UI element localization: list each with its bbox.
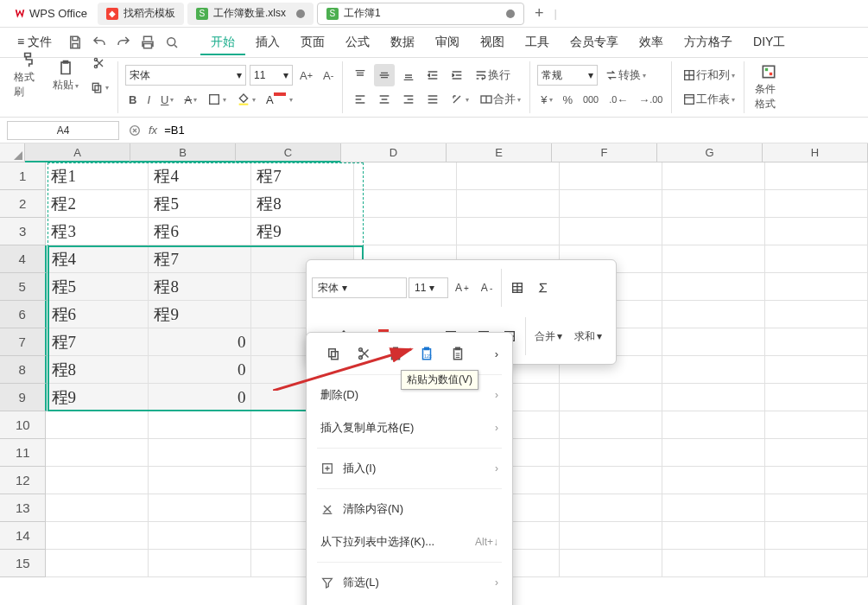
menu-9[interactable]: 效率 — [629, 29, 674, 54]
percent-icon[interactable]: % — [560, 88, 577, 111]
cell[interactable] — [765, 467, 868, 494]
cell[interactable]: 程6 — [47, 301, 149, 328]
menu-8[interactable]: 会员专享 — [560, 29, 629, 54]
cell[interactable] — [560, 190, 662, 218]
cell[interactable]: 程9 — [47, 384, 149, 411]
tab-workbook1[interactable]: S 工作簿1 — [317, 3, 524, 25]
cell[interactable] — [662, 411, 765, 439]
cut-button[interactable] — [86, 52, 112, 74]
row-header[interactable]: 6 — [0, 301, 47, 328]
cell[interactable]: 程7 — [251, 162, 354, 190]
convert-button[interactable]: 转换▾ — [601, 64, 649, 86]
row-header[interactable]: 1 — [0, 162, 46, 190]
select-all-corner[interactable] — [0, 143, 25, 162]
cell[interactable] — [560, 467, 662, 494]
ctx-paste-icon[interactable] — [383, 341, 409, 366]
strikethrough-button[interactable]: A▾ — [181, 88, 200, 111]
cell[interactable] — [662, 550, 765, 577]
tab-workbook-count[interactable]: S 工作簿数量.xlsx — [187, 3, 314, 25]
cell[interactable] — [149, 439, 251, 467]
align-top-icon[interactable] — [350, 64, 371, 86]
cell[interactable] — [560, 218, 662, 245]
cell[interactable] — [765, 522, 868, 550]
align-left-icon[interactable] — [350, 88, 371, 111]
cell[interactable] — [560, 522, 662, 550]
conditional-format-button[interactable]: 条件格式 — [751, 63, 786, 111]
tab-templates[interactable]: ◆ 找稻壳模板 — [98, 3, 184, 25]
row-header[interactable]: 4 — [0, 245, 47, 273]
name-box[interactable]: A4 — [7, 121, 119, 140]
align-middle-icon[interactable] — [374, 64, 395, 86]
font-size-select[interactable]: 11▾ — [250, 65, 293, 86]
formula-input[interactable] — [164, 124, 861, 137]
cell[interactable]: 程5 — [149, 190, 251, 218]
cell[interactable] — [560, 439, 662, 467]
new-tab-button[interactable]: + — [528, 4, 551, 22]
cell[interactable] — [765, 384, 868, 411]
col-header[interactable]: G — [657, 143, 763, 162]
menu-11[interactable]: DIY工 — [743, 29, 795, 54]
cell[interactable] — [765, 356, 868, 384]
redo-icon[interactable] — [116, 35, 131, 50]
menu-5[interactable]: 审阅 — [425, 29, 470, 54]
mini-font-select[interactable]: 宋体▾ — [312, 277, 407, 298]
cell[interactable] — [46, 467, 149, 494]
cell[interactable] — [662, 522, 765, 550]
justify-icon[interactable] — [422, 88, 443, 111]
cell[interactable] — [662, 273, 765, 301]
cell[interactable]: 程7 — [47, 328, 149, 356]
cell[interactable] — [765, 245, 868, 273]
format-painter-button[interactable]: 格式刷 — [10, 51, 45, 99]
row-header[interactable]: 7 — [0, 328, 47, 356]
cell[interactable] — [457, 162, 560, 190]
fill-color-button[interactable]: ▾ — [233, 88, 259, 111]
row-header[interactable]: 11 — [0, 439, 46, 467]
ctx-item-1[interactable]: 插入复制单元格(E)› — [307, 411, 512, 444]
increase-font-icon[interactable]: A+ — [296, 64, 316, 86]
mini-sum-icon[interactable] — [531, 277, 555, 299]
cell[interactable] — [662, 328, 765, 356]
row-header[interactable]: 5 — [0, 273, 47, 301]
cell[interactable] — [457, 218, 560, 245]
cell[interactable] — [662, 494, 765, 522]
cell[interactable] — [765, 328, 868, 356]
ctx-cut-icon[interactable] — [352, 341, 377, 366]
mini-merge-button[interactable]: 合并▾ — [529, 325, 567, 347]
save-icon[interactable] — [67, 35, 83, 50]
cell[interactable]: 程7 — [149, 245, 251, 273]
cell[interactable] — [560, 384, 662, 411]
cell[interactable] — [354, 218, 457, 245]
cell[interactable] — [765, 273, 868, 301]
ctx-item-2[interactable]: 插入(I)› — [307, 452, 512, 485]
row-header[interactable]: 15 — [0, 550, 46, 577]
cell[interactable] — [46, 550, 149, 577]
menu-4[interactable]: 数据 — [380, 29, 425, 54]
cell[interactable]: 程9 — [149, 301, 251, 328]
cell[interactable]: 程8 — [251, 190, 354, 218]
comma-icon[interactable]: 000 — [580, 88, 602, 111]
cell[interactable] — [149, 494, 251, 522]
cell[interactable] — [765, 190, 868, 218]
cell[interactable] — [765, 439, 868, 467]
cell[interactable] — [560, 411, 662, 439]
cell[interactable] — [662, 356, 765, 384]
align-center-icon[interactable] — [374, 88, 395, 111]
currency-icon[interactable]: ¥▾ — [537, 88, 555, 111]
menu-3[interactable]: 公式 — [335, 29, 380, 54]
border-button[interactable]: ▾ — [204, 88, 230, 111]
wrap-text-button[interactable]: 换行 — [471, 64, 514, 86]
decrease-font-icon[interactable]: A- — [320, 64, 337, 86]
cell[interactable]: 程8 — [149, 273, 251, 301]
cell[interactable] — [662, 218, 765, 245]
decrease-decimal-icon[interactable]: .0← — [605, 88, 631, 111]
cell[interactable]: 0 — [149, 384, 251, 411]
ctx-item-4[interactable]: 从下拉列表中选择(K)...Alt+↓ — [307, 525, 512, 558]
cell[interactable] — [662, 301, 765, 328]
italic-button[interactable]: I — [143, 88, 154, 111]
bold-button[interactable]: B — [125, 88, 140, 111]
font-name-select[interactable]: 宋体▾ — [125, 65, 246, 86]
cell[interactable] — [765, 218, 868, 245]
cell[interactable] — [662, 439, 765, 467]
cell[interactable] — [46, 522, 149, 550]
ctx-item-3[interactable]: 清除内容(N) — [307, 493, 512, 525]
